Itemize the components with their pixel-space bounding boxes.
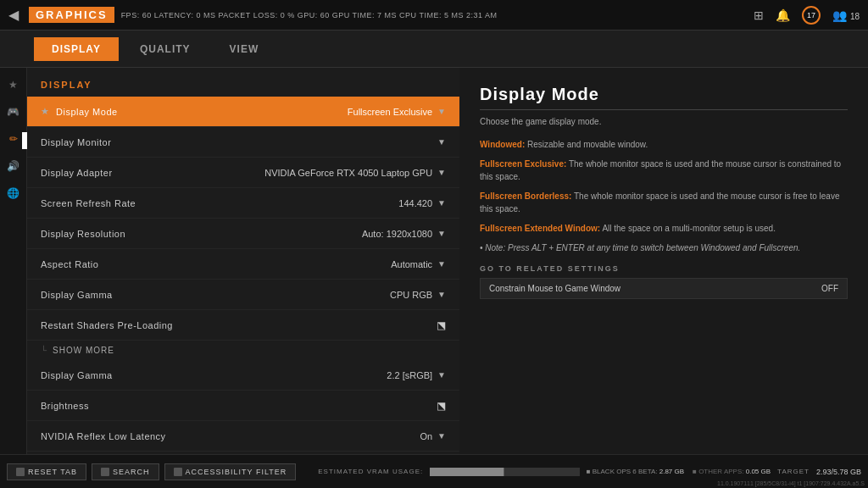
top-bar-right: ⊞ 🔔 17 👥 18: [754, 6, 860, 25]
chevron-down-icon: ▼: [437, 229, 446, 238]
restart-icon-brightness: ⬔: [437, 400, 446, 412]
friends-icon[interactable]: 👥 18: [832, 8, 860, 22]
reset-tab-button[interactable]: RESET TAB: [7, 463, 86, 480]
entry-name-windowed: Windowed:: [480, 140, 525, 149]
setting-label-display-resolution: Display Resolution: [41, 229, 362, 239]
info-panel: Display Mode Choose the game display mod…: [459, 68, 868, 454]
setting-value-aspect-ratio: Automatic: [391, 259, 432, 269]
chevron-down-icon: ▼: [437, 137, 446, 147]
accessibility-label: ACCESSIBILITY FILTER: [186, 468, 287, 476]
vram-other-label: ■ OTHER APPS: 0.05 GB: [693, 468, 771, 475]
setting-row-display-mode[interactable]: ★ Display Mode Fullscreen Exclusive ▼: [27, 97, 459, 127]
accessibility-filter-button[interactable]: ACCESSIBILITY FILTER: [164, 463, 297, 480]
vram-bar-black-ops: [430, 468, 503, 476]
setting-row-display-gamma[interactable]: Display Gamma CPU RGB ▼: [27, 280, 459, 310]
sidebar-icon-star[interactable]: ★: [5, 76, 22, 93]
related-settings-label: GO TO RELATED SETTINGS: [480, 264, 848, 273]
notification-icon[interactable]: 🔔: [776, 8, 790, 22]
reset-icon: [16, 468, 25, 476]
sidebar-icon-gamepad[interactable]: 🎮: [5, 103, 22, 120]
chevron-down-icon: ▼: [437, 198, 446, 208]
sidebar-icon-sound[interactable]: 🔊: [5, 158, 22, 175]
back-button[interactable]: ◀: [8, 7, 19, 23]
chevron-down-icon: ▼: [437, 290, 446, 299]
search-icon: [101, 468, 109, 476]
setting-label-display-gamma-2: Display Gamma: [41, 370, 387, 380]
tab-navigation: DISPLAY QUALITY VIEW: [0, 30, 868, 68]
star-icon: ★: [41, 106, 49, 117]
setting-label-display-mode: Display Mode: [56, 107, 348, 117]
related-row-label: Constrain Mouse to Game Window: [489, 284, 821, 293]
sidebar-icon-pencil[interactable]: ✏: [5, 130, 22, 147]
setting-row-display-resolution[interactable]: Display Resolution Auto: 1920x1080 ▼: [27, 219, 459, 249]
setting-row-restart-shaders[interactable]: Restart Shaders Pre-Loading ⬔: [27, 310, 459, 341]
section-header: DISPLAY: [27, 76, 459, 97]
setting-row-display-gamma-2[interactable]: Display Gamma 2.2 [sRGB] ▼: [27, 360, 459, 391]
vram-legend: ■ BLACK OPS 6 BETA: 2.87 GB ■ OTHER APPS…: [587, 468, 771, 475]
chevron-down-icon: ▼: [437, 168, 446, 177]
setting-value-screen-refresh: 144.420: [398, 198, 432, 208]
search-button[interactable]: SEARCH: [92, 463, 159, 480]
setting-row-display-adapter[interactable]: Display Adapter NVIDIA GeForce RTX 4050 …: [27, 158, 459, 188]
info-entry-fullscreen-borderless: Fullscreen Borderless: The whole monitor…: [480, 190, 848, 215]
chevron-down-icon: ▼: [437, 431, 446, 441]
app-logo: GRAPHICS: [29, 7, 114, 23]
setting-label-display-gamma: Display Gamma: [41, 290, 390, 300]
setting-row-aspect-ratio[interactable]: Aspect Ratio Automatic ▼: [27, 249, 459, 280]
tab-view[interactable]: VIEW: [212, 37, 277, 61]
setting-row-screen-refresh[interactable]: Screen Refresh Rate 144.420 ▼: [27, 188, 459, 219]
reset-tab-label: RESET TAB: [28, 468, 77, 476]
info-panel-subtitle: Choose the game display mode.: [480, 117, 848, 126]
vram-bar-other: [504, 468, 505, 476]
info-panel-title: Display Mode: [480, 85, 848, 110]
related-row-value: OFF: [821, 284, 838, 293]
setting-label-nvidia-reflex: NVIDIA Reflex Low Latency: [41, 431, 420, 441]
related-settings-row[interactable]: Constrain Mouse to Game Window OFF: [480, 278, 848, 299]
show-more-toggle[interactable]: SHOW MORE: [27, 341, 459, 360]
setting-value-display-gamma: CPU RGB: [390, 290, 432, 300]
setting-row-brightness[interactable]: Brightness ⬔: [27, 391, 459, 421]
info-entry-fullscreen-exclusive: Fullscreen Exclusive: The whole monitor …: [480, 158, 848, 183]
setting-value-display-adapter: NVIDIA GeForce RTX 4050 Laptop GPU: [264, 168, 432, 178]
accessibility-icon: [174, 468, 182, 476]
chevron-down-icon: ▼: [437, 107, 446, 116]
setting-label-restart-shaders: Restart Shaders Pre-Loading: [41, 320, 437, 330]
entry-desc-fullscreen-extended: All the space on a multi-monitor setup i…: [602, 224, 776, 233]
top-bar: ◀ GRAPHICS FPS: 60 LATENCY: 0 MS PACKET …: [0, 0, 868, 30]
settings-panel-left: DISPLAY ★ Display Mode Fullscreen Exclus…: [27, 68, 459, 454]
info-entry-fullscreen-extended: Fullscreen Extended Window: All the spac…: [480, 222, 848, 235]
version-text: 11.0.1907111 [285/5C8/31-i4] t1 [1907:72…: [717, 480, 865, 486]
vram-black-ops-label: ■ BLACK OPS 6 BETA: 2.87 GB: [587, 468, 684, 475]
setting-row-display-monitor[interactable]: Display Monitor ▼: [27, 127, 459, 158]
setting-label-aspect-ratio: Aspect Ratio: [41, 259, 391, 269]
entry-name-fullscreen-exclusive: Fullscreen Exclusive:: [480, 159, 566, 169]
tab-display[interactable]: DISPLAY: [34, 37, 119, 61]
vram-target-label: TARGET: [777, 468, 810, 475]
setting-label-screen-refresh: Screen Refresh Rate: [41, 198, 398, 208]
setting-value-display-mode: Fullscreen Exclusive: [348, 107, 432, 117]
entry-name-fullscreen-borderless: Fullscreen Borderless:: [480, 191, 571, 201]
info-note: • Note: Press ALT + ENTER at any time to…: [480, 243, 848, 252]
grid-icon[interactable]: ⊞: [754, 8, 764, 22]
setting-value-display-resolution: Auto: 1920x1080: [362, 229, 432, 239]
search-label: SEARCH: [113, 468, 150, 476]
setting-value-nvidia-reflex: On: [420, 431, 432, 441]
entry-desc-windowed: Resizable and movable window.: [527, 140, 648, 149]
performance-stats: FPS: 60 LATENCY: 0 MS PACKET LOSS: 0 % G…: [121, 11, 498, 19]
vram-target-value: 2.93/5.78 GB: [816, 468, 861, 476]
setting-label-display-monitor: Display Monitor: [41, 137, 437, 147]
setting-label-brightness: Brightness: [41, 401, 437, 411]
info-entry-windowed: Windowed: Resizable and movable window.: [480, 138, 848, 151]
setting-value-display-gamma-2: 2.2 [sRGB]: [387, 370, 432, 380]
setting-label-display-adapter: Display Adapter: [41, 168, 264, 178]
top-bar-left: ◀ GRAPHICS FPS: 60 LATENCY: 0 MS PACKET …: [8, 7, 497, 23]
setting-row-nvidia-reflex[interactable]: NVIDIA Reflex Low Latency On ▼: [27, 421, 459, 452]
tab-quality[interactable]: QUALITY: [122, 37, 209, 61]
sidebar-icon-network[interactable]: 🌐: [5, 185, 22, 202]
left-sidebar: ★ 🎮 ✏ 🔊 🌐: [0, 68, 27, 454]
sidebar-white-indicator: [22, 132, 27, 149]
chevron-down-icon: ▼: [437, 259, 446, 269]
chevron-down-icon: ▼: [437, 370, 446, 380]
timer-circle: 17: [802, 6, 821, 25]
restart-icon: ⬔: [437, 319, 446, 331]
